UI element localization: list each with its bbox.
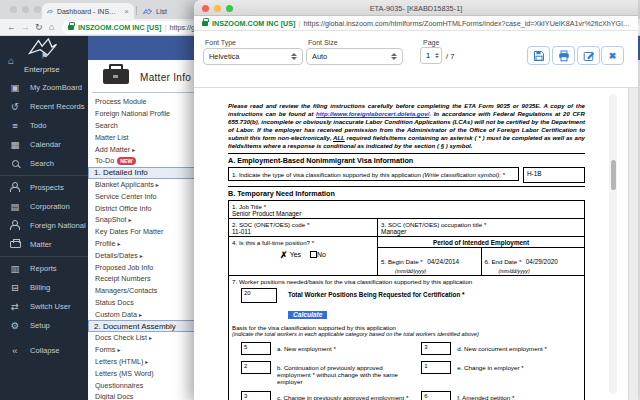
basis-change-approved: 3 c. Change in previously approved emplo…	[241, 391, 421, 400]
basis-b-field[interactable]: 2	[241, 361, 271, 374]
menu-search[interactable]: Search	[88, 120, 206, 132]
scrollbar-thumb[interactable]	[611, 160, 616, 190]
basis-f-field[interactable]: 6	[421, 391, 451, 400]
yes-checkbox-mark[interactable]: ✗	[280, 250, 288, 260]
date-format-hint: (mm/dd/yyyy)	[395, 268, 477, 274]
window-zoom-button[interactable]	[34, 6, 41, 13]
submenu-arrow-icon	[139, 311, 142, 318]
submenu-arrow-icon	[117, 346, 120, 353]
printer-icon	[558, 50, 570, 62]
menu-service-center-info[interactable]: Service Center Info	[88, 190, 206, 202]
calculate-button[interactable]: Calculate	[288, 311, 327, 319]
submenu-arrow-icon	[129, 216, 132, 223]
menu-forms[interactable]: Forms	[88, 344, 206, 356]
form-toolbar: Font Type Helvetica Font Size Auto Page …	[194, 31, 638, 88]
begin-date-field[interactable]: 04/24/2014	[427, 258, 459, 265]
sidebar-item-zoomboard[interactable]: ▣My ZoomBoard	[0, 78, 88, 97]
window-minimize-button[interactable]	[22, 6, 29, 13]
menu-detailed-info[interactable]: 1. Detailed Info	[88, 167, 206, 179]
popup-url-text: https://global.inszoom.com/htmlforms/Zoo…	[303, 19, 630, 28]
page-number-stepper[interactable]: 1	[420, 47, 442, 64]
sidebar-item-reports[interactable]: ▥Reports	[0, 259, 88, 278]
basis-c-field[interactable]: 3	[241, 391, 271, 400]
menu-details-dates[interactable]: Details/Dates	[88, 249, 206, 261]
menu-letters-html[interactable]: Letters (HTML)	[88, 356, 206, 368]
menu-foreign-national-profile[interactable]: Foreign National Profile	[88, 108, 206, 120]
menu-status-docs[interactable]: Status Docs	[88, 297, 206, 309]
popup-address-bar[interactable]: INSZOOM.COM INC [US] | https://global.in…	[194, 16, 638, 31]
total-positions-field[interactable]: 20	[241, 288, 277, 303]
sidebar-item-calendar[interactable]: ▦Calendar	[0, 135, 88, 154]
back-icon[interactable]: ←	[7, 22, 16, 32]
sidebar-collapse-button[interactable]: «Collapse	[0, 341, 88, 360]
menu-document-assembly[interactable]: 2. Document Assembly	[88, 320, 206, 332]
forward-icon[interactable]: →	[21, 22, 30, 32]
save-button[interactable]	[527, 46, 550, 65]
doleta-link[interactable]: http://www.foreignlaborcert.doleta.gov/	[316, 110, 429, 117]
sidebar-item-billing[interactable]: ⊟Billing	[0, 278, 88, 297]
sidebar-item-switch-user[interactable]: ⇄Switch User	[0, 297, 88, 316]
menu-docs-check-list[interactable]: Docs Check List	[88, 332, 206, 344]
people-icon	[8, 220, 22, 232]
home-icon[interactable]: ⌂	[49, 22, 54, 32]
end-date-field[interactable]: 04/29/2020	[526, 258, 558, 265]
window-close-button[interactable]	[10, 6, 17, 13]
padlock-icon	[202, 21, 208, 26]
menu-blanket-applicants[interactable]: Blanket Applicants	[88, 179, 206, 191]
section-b-title: B. Temporary Need Information	[228, 189, 585, 198]
menu-custom-data[interactable]: Custom Data	[88, 308, 206, 320]
basis-amended-petition: 6 f. Amended petition *	[421, 391, 581, 400]
menu-letters-ms-word[interactable]: Letters (MS Word)	[88, 367, 206, 379]
font-type-select[interactable]: Helvetica	[203, 48, 303, 65]
basis-line1: Basis for the visa classification suppor…	[232, 324, 581, 331]
inszoom-bird-icon	[47, 8, 53, 15]
tab-close-icon[interactable]: ×	[124, 7, 129, 16]
menu-todo[interactable]: To-DoNEW	[88, 155, 206, 167]
soc-title-field[interactable]: Manager	[381, 228, 581, 235]
font-size-label: Font Size	[308, 39, 338, 46]
enterprise-home-icon[interactable]: ⌂	[8, 55, 14, 66]
tab-list[interactable]: List	[138, 3, 190, 19]
visa-classification-field[interactable]: H-1B	[523, 167, 585, 183]
sidebar-item-corporation[interactable]: ▤Corporation	[0, 197, 88, 216]
menu-proposed-job-info[interactable]: Proposed Job Info	[88, 261, 206, 273]
tab-separator	[136, 6, 137, 15]
period-header: Period of Intended Employment	[378, 237, 584, 248]
menu-managers-contacts[interactable]: Managers/Contacts	[88, 285, 206, 297]
sidebar-item-recent-records[interactable]: ↺Recent Records	[0, 97, 88, 116]
menu-process-module[interactable]: Process Module	[88, 96, 206, 108]
soc-code-field[interactable]: 11-011	[232, 228, 374, 235]
font-size-select[interactable]: Auto	[306, 48, 403, 65]
menu-snapshot[interactable]: SnapShot	[88, 214, 206, 226]
yes-label: Yes	[290, 251, 301, 258]
soc-title-label: 3. SOC (ONET/OES) occupation title *	[381, 221, 581, 228]
begin-date-label: 5. Begin Date *	[381, 258, 423, 265]
menu-district-office-info[interactable]: District Office Info	[88, 202, 206, 214]
sidebar-item-search[interactable]: Search	[0, 154, 88, 173]
basis-change-employer: 1 e. Change in employer *	[421, 361, 581, 385]
enterprise-label[interactable]: Enterprise	[24, 65, 60, 74]
menu-receipt-numbers[interactable]: Receipt Numbers	[88, 273, 206, 285]
menu-digital-docs[interactable]: Digital Docs	[88, 391, 206, 400]
menu-matter-list[interactable]: Matter List	[88, 131, 206, 143]
job-title-field[interactable]: Senior Product Manager	[232, 210, 581, 217]
menu-key-dates[interactable]: Key Dates For Matter	[88, 226, 206, 238]
no-checkbox[interactable]	[310, 251, 317, 258]
basis-e-field[interactable]: 1	[421, 361, 451, 374]
sidebar-item-setup[interactable]: ⚙Setup	[0, 316, 88, 335]
menu-add-matter[interactable]: Add Matter	[88, 143, 206, 155]
sidebar-item-foreign-national[interactable]: Foreign National	[0, 216, 88, 235]
sidebar-item-prospects[interactable]: Prospects	[0, 178, 88, 197]
sidebar-item-todo[interactable]: ≡Todo	[0, 116, 88, 135]
reload-icon[interactable]: ↻	[35, 22, 43, 32]
basis-d-field[interactable]: 3	[421, 342, 451, 355]
edit-button[interactable]	[577, 46, 600, 65]
basis-a-field[interactable]: 5	[241, 342, 271, 355]
sidebar-item-matter[interactable]: Matter	[0, 235, 88, 254]
briefcase-icon	[8, 239, 22, 250]
close-form-button[interactable]: ✖	[601, 46, 624, 65]
tab-dashboard[interactable]: Dashboard - INSZoom.com Inc ×	[42, 3, 134, 19]
menu-questionnaires[interactable]: Questionnaires	[88, 379, 206, 391]
print-button[interactable]	[552, 46, 575, 65]
menu-profile[interactable]: Profile	[88, 238, 206, 250]
